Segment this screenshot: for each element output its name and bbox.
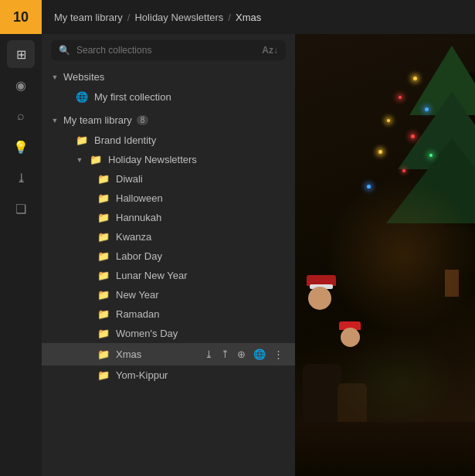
item-label-holiday-newsletters: Holiday Newsletters [108,154,286,165]
sidebar-icon-brand[interactable]: ◉ [7,71,35,99]
team-library-badge: 8 [137,115,149,125]
item-label-ramadan: Ramadan [116,308,286,320]
xmas-more-icon[interactable]: ⋮ [271,347,286,362]
folder-icon-halloween: 📁 [97,192,110,204]
folder-icon-holiday: 📁 [90,154,102,165]
light-2 [399,96,402,99]
sidebar-icon-layers[interactable]: ❏ [7,195,35,223]
chevron-holiday: ▼ [76,156,83,164]
section-label-websites: Websites [63,71,104,83]
tree-item-ramadan[interactable]: 📁 Ramadan [42,304,295,324]
light-9 [367,185,371,189]
search-input[interactable] [76,45,256,56]
folder-icon-yom-kippur: 📁 [97,369,110,381]
tree-item-holiday-newsletters[interactable]: ▼ 📁 Holiday Newsletters [42,150,295,169]
tree-item-new-year[interactable]: 📁 New Year [42,285,295,304]
light-3 [425,107,429,111]
section-label-team-library: My team library [63,114,132,126]
folder-icon-hannukah: 📁 [97,212,110,223]
tree: ▼ Websites 🌐 My first collection ▼ My te… [42,66,295,476]
chevron-websites: ▼ [51,73,59,81]
folder-icon-new-year: 📁 [97,289,110,301]
light-5 [411,134,415,138]
xmas-download-icon[interactable]: ⤓ [202,347,215,362]
preview-panel [295,34,475,476]
item-label-first-collection: My first collection [94,91,286,103]
item-label-new-year: New Year [116,289,286,301]
light-1 [413,76,417,80]
xmas-preview-image [295,34,475,476]
folder-icon-womens-day: 📁 [97,328,110,339]
folder-icon-diwali: 📁 [97,173,110,185]
folder-icon-brand: 📁 [76,134,88,146]
breadcrumb-item-xmas: Xmas [236,12,261,23]
light-7 [378,150,382,154]
item-label-kwanza: Kwanza [116,231,286,243]
tree-item-kwanza[interactable]: 📁 Kwanza [42,227,295,246]
folder-icon-xmas: 📁 [97,348,110,360]
tree-item-labor-day[interactable]: 📁 Labor Day [42,246,295,266]
tree-panel: 🔍 Az↓ ▼ Websites 🌐 My first collection [42,34,295,476]
tree-item-brand-identity[interactable]: 📁 Brand Identity [42,131,295,150]
globe-icon: 🌐 [76,91,88,103]
light-8 [402,169,405,172]
item-label-yom-kippur: Yom-Kippur [116,369,286,381]
folder-icon-lunar: 📁 [97,270,110,281]
xmas-upload-icon[interactable]: ⤒ [219,347,232,362]
tree-item-halloween[interactable]: 📁 Halloween [42,189,295,208]
search-icon: 🔍 [59,45,70,56]
item-label-brand-identity: Brand Identity [94,134,286,146]
xmas-globe-icon[interactable]: 🌐 [251,347,268,362]
item-label-lunar-new-year: Lunar New Year [116,270,286,281]
breadcrumb-sep-1: / [127,12,131,23]
sidebar-icon-search[interactable]: ⌕ [7,102,35,130]
sidebar-icon-download[interactable]: ⤓ [7,164,35,192]
light-4 [387,119,390,122]
section-team-library: ▼ My team library 8 📁 Brand Identity ▼ 📁… [42,110,295,385]
tree-item-lunar-new-year[interactable]: 📁 Lunar New Year [42,266,295,285]
light-6 [429,154,433,157]
search-bar: 🔍 Az↓ [51,40,286,60]
sort-icon: Az↓ [262,45,278,56]
section-header-team-library[interactable]: ▼ My team library 8 [42,110,295,131]
item-label-hannukah: Hannukah [116,212,286,223]
folder-icon-ramadan: 📁 [97,308,110,320]
sidebar-icon-rail: ⊞ ◉ ⌕ 💡 ⤓ ❏ [0,34,42,476]
chevron-team-library: ▼ [51,117,59,124]
section-websites: ▼ Websites 🌐 My first collection [42,66,295,107]
sidebar-icon-collections[interactable]: ⊞ [7,40,35,68]
folder-icon-labor-day: 📁 [97,250,110,262]
header: 10 My team library / Holiday Newsletters… [0,0,475,34]
xmas-add-icon[interactable]: ⊕ [235,347,248,362]
item-label-labor-day: Labor Day [116,250,286,262]
item-label-diwali: Diwali [116,173,286,185]
tree-item-first-collection[interactable]: 🌐 My first collection [42,87,295,107]
floor [295,422,475,476]
folder-icon-kwanza: 📁 [97,231,110,243]
sidebar-icon-ideas[interactable]: 💡 [7,133,35,161]
section-header-websites[interactable]: ▼ Websites [42,66,295,87]
breadcrumb-item-library[interactable]: My team library [54,12,123,23]
tree-item-diwali[interactable]: 📁 Diwali [42,169,295,189]
tree-item-yom-kippur[interactable]: 📁 Yom-Kippur [42,366,295,385]
item-label-womens-day: Women's Day [116,328,286,339]
tree-item-hannukah[interactable]: 📁 Hannukah [42,208,295,227]
breadcrumb-item-newsletters[interactable]: Holiday Newsletters [134,12,223,23]
item-label-halloween: Halloween [116,192,286,204]
item-label-xmas: Xmas [116,348,196,360]
breadcrumb-sep-2: / [228,12,231,23]
logo-icon: 10 [13,9,29,26]
xmas-row-actions: ⤓ ⤒ ⊕ 🌐 ⋮ [202,347,286,362]
tree-item-womens-day[interactable]: 📁 Women's Day [42,324,295,343]
main-layout: ⊞ ◉ ⌕ 💡 ⤓ ❏ 🔍 Az↓ ▼ Websites 🌐 My first [0,34,475,476]
breadcrumb: My team library / Holiday Newsletters / … [42,12,273,23]
tree-item-xmas[interactable]: 📁 Xmas ⤓ ⤒ ⊕ 🌐 ⋮ [42,343,295,366]
logo-area: 10 [0,0,42,34]
